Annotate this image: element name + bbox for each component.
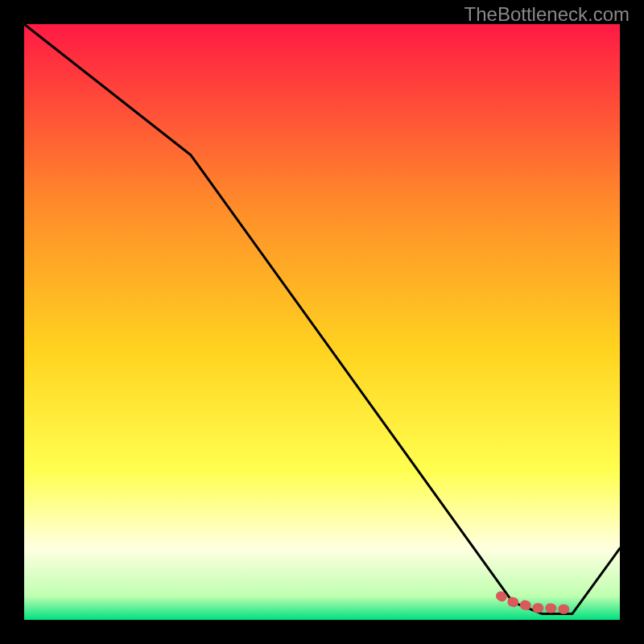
chart-svg: [0, 0, 644, 644]
chart-container: TheBottleneck.com: [0, 0, 644, 644]
plot-area: [24, 24, 620, 620]
